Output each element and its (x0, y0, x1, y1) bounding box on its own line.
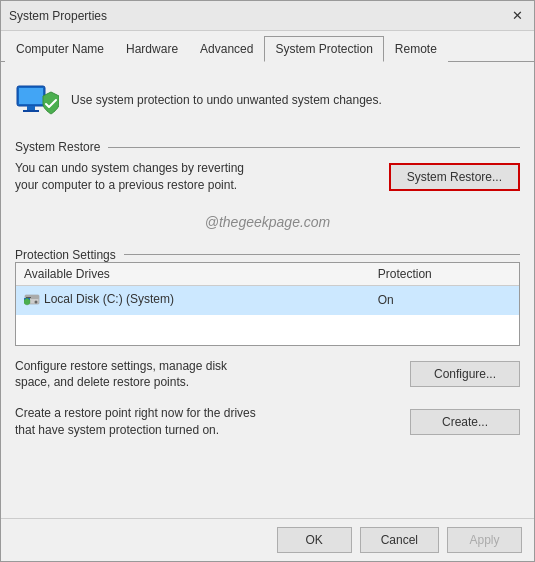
system-protection-icon (15, 78, 59, 122)
tab-bar: Computer Name Hardware Advanced System P… (1, 31, 534, 62)
configure-description: Configure restore settings, manage disk … (15, 358, 265, 392)
tab-hardware[interactable]: Hardware (115, 36, 189, 62)
section-divider (108, 147, 520, 148)
protection-cell: On (370, 285, 519, 315)
configure-button[interactable]: Configure... (410, 361, 520, 387)
tab-remote[interactable]: Remote (384, 36, 448, 62)
svg-rect-7 (26, 297, 31, 298)
window-title: System Properties (9, 9, 107, 23)
tab-system-protection[interactable]: System Protection (264, 36, 383, 62)
svg-rect-2 (23, 110, 39, 112)
watermark: @thegeekpage.com (15, 210, 520, 234)
protection-settings-title: Protection Settings (15, 248, 116, 262)
title-bar: System Properties ✕ (1, 1, 534, 31)
local-disk-icon (24, 291, 40, 307)
bottom-bar: OK Cancel Apply (1, 518, 534, 561)
drives-table: Available Drives Protection (16, 263, 519, 345)
col-available-drives: Available Drives (16, 263, 370, 286)
svg-point-6 (35, 300, 38, 303)
col-protection: Protection (370, 263, 519, 286)
configure-action-row: Configure restore settings, manage disk … (15, 356, 520, 394)
drive-cell: Local Disk (C:) (System) (16, 285, 370, 315)
protection-settings-header: Protection Settings (15, 248, 520, 262)
protection-settings-section: Protection Settings Available Drives Pro… (15, 244, 520, 346)
system-restore-header: System Restore (15, 140, 520, 154)
content-area: Use system protection to undo unwanted s… (1, 62, 534, 518)
info-text: Use system protection to undo unwanted s… (71, 93, 382, 107)
system-restore-button[interactable]: System Restore... (389, 163, 520, 191)
cancel-button[interactable]: Cancel (360, 527, 439, 553)
svg-rect-3 (19, 88, 43, 104)
system-restore-description: You can undo system changes by reverting… (15, 160, 255, 194)
close-button[interactable]: ✕ (508, 7, 526, 25)
svg-rect-1 (27, 106, 35, 110)
system-restore-section: System Restore You can undo system chang… (15, 136, 520, 200)
create-description: Create a restore point right now for the… (15, 405, 265, 439)
system-restore-box: You can undo system changes by reverting… (15, 154, 520, 200)
tab-computer-name[interactable]: Computer Name (5, 36, 115, 62)
ok-button[interactable]: OK (277, 527, 352, 553)
drive-name: Local Disk (C:) (System) (44, 292, 174, 306)
system-properties-window: System Properties ✕ Computer Name Hardwa… (0, 0, 535, 562)
create-button[interactable]: Create... (410, 409, 520, 435)
table-row[interactable]: Local Disk (C:) (System) On (16, 285, 519, 315)
create-action-row: Create a restore point right now for the… (15, 403, 520, 441)
system-restore-title: System Restore (15, 140, 100, 154)
drive-icon-container: Local Disk (C:) (System) (24, 291, 174, 307)
apply-button[interactable]: Apply (447, 527, 522, 553)
section-divider-2 (124, 254, 520, 255)
drives-table-container: Available Drives Protection (15, 262, 520, 346)
info-row: Use system protection to undo unwanted s… (15, 74, 520, 126)
tab-advanced[interactable]: Advanced (189, 36, 264, 62)
